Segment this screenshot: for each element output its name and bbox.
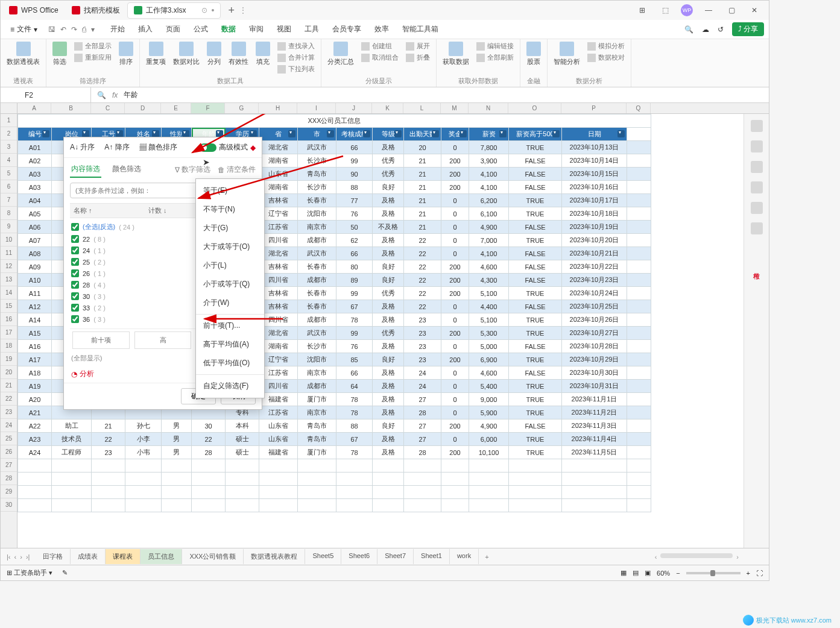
cell[interactable]: A03 [18, 181, 52, 194]
cell[interactable]: 0 [441, 300, 469, 313]
cell[interactable]: 沈阳市 [298, 353, 336, 366]
cell[interactable]: 良好 [373, 181, 404, 194]
cell[interactable]: FALSE [509, 366, 562, 380]
cell[interactable]: 3,900 [469, 154, 509, 168]
cell[interactable]: 21 [404, 207, 441, 221]
app-tab-file[interactable]: 工作簿3.xlsx ⊙ • [127, 2, 221, 19]
side-icon[interactable] [751, 161, 763, 173]
cell[interactable]: A18 [18, 366, 52, 380]
cell[interactable]: A11 [18, 287, 52, 300]
view-page-icon[interactable]: ▤ [633, 569, 639, 577]
row-header-14[interactable]: 14 [1, 286, 17, 300]
cell[interactable]: TRUE [509, 194, 562, 207]
undo-icon[interactable]: ↶ [60, 25, 66, 34]
col-header-C[interactable]: C [91, 103, 125, 113]
cell[interactable]: 0 [441, 433, 469, 446]
collapse-button[interactable]: 折叠 [406, 53, 430, 62]
zoom-out-button[interactable]: − [676, 570, 680, 577]
table-row[interactable]: A23技术员22小李男22硕士山东省青岛市67及格2706,000TRUE202… [18, 433, 651, 446]
menu-tab-9[interactable]: 效率 [374, 24, 389, 34]
cell[interactable]: 2023年11月5日 [562, 446, 627, 459]
cell[interactable]: 27 [404, 419, 441, 433]
view-normal-icon[interactable]: ▦ [621, 569, 627, 577]
cell[interactable]: A22 [18, 419, 52, 433]
dup-button[interactable]: 重复项 [146, 42, 166, 66]
sheet-tab[interactable]: Sheet5 [305, 549, 341, 564]
cell[interactable]: 200 [441, 274, 469, 287]
cell[interactable]: 200 [441, 181, 469, 194]
cell[interactable]: 9,000 [469, 393, 509, 406]
cell[interactable]: 76 [336, 340, 373, 353]
row-header-18[interactable]: 18 [1, 339, 17, 353]
table-header[interactable]: 编号 [18, 128, 52, 141]
cell[interactable]: 0 [441, 207, 469, 221]
cell[interactable]: 长春市 [298, 287, 336, 300]
cell[interactable]: 2023年11月2日 [562, 406, 627, 419]
menu-tab-8[interactable]: 会员专享 [332, 24, 361, 34]
cell[interactable]: 湖南省 [259, 181, 298, 194]
cell[interactable]: 4,100 [469, 181, 509, 194]
cell[interactable]: 厦门市 [298, 446, 336, 459]
cell[interactable]: 四川省 [259, 234, 298, 247]
cell[interactable]: 山东省 [259, 168, 298, 181]
split-button[interactable]: 分列 [207, 42, 221, 66]
color-sort-button[interactable]: ▦ 颜色排序 [139, 142, 177, 152]
number-filter-item[interactable]: 等于(E) [196, 181, 264, 200]
row-header-12[interactable]: 12 [1, 260, 17, 273]
cell[interactable]: A03 [18, 168, 52, 181]
cell[interactable]: 工程师 [52, 446, 92, 459]
cell[interactable]: 200 [441, 260, 469, 274]
cell[interactable]: 江苏省 [259, 366, 298, 380]
menu-tab-6[interactable]: 视图 [277, 24, 291, 34]
cell[interactable]: FALSE [509, 168, 562, 181]
col-header-D[interactable]: D [125, 103, 161, 113]
first-sheet-icon[interactable]: |‹ [7, 553, 11, 560]
cell[interactable]: 0 [441, 234, 469, 247]
side-icon[interactable] [751, 222, 763, 234]
cell[interactable]: 及格 [373, 393, 404, 406]
cell[interactable]: 湖北省 [259, 141, 298, 154]
cell[interactable]: 辽宁省 [259, 353, 298, 366]
payslip-helper-button[interactable]: ⊞ 工资条助手 ▾ [7, 568, 52, 577]
cell[interactable]: 湖南省 [259, 154, 298, 168]
row-header-26[interactable]: 26 [1, 445, 17, 459]
filter-checkbox[interactable] [71, 235, 79, 243]
row-header-7[interactable]: 7 [1, 193, 17, 207]
sheet-tab[interactable]: 课程表 [106, 549, 141, 564]
cell[interactable]: 200 [441, 419, 469, 433]
cell[interactable]: 2023年10月19日 [562, 221, 627, 234]
row-header-4[interactable]: 4 [1, 154, 17, 167]
number-filter-item[interactable]: 大于(G) [196, 219, 264, 237]
number-filter-item[interactable]: 小于(L) [196, 256, 264, 275]
cell[interactable]: 200 [441, 446, 469, 459]
formula-value[interactable]: 年龄 [124, 90, 138, 100]
cell[interactable]: 本科 [226, 419, 259, 433]
cell[interactable]: 武汉市 [298, 141, 336, 154]
row-header-2[interactable]: 2 [1, 127, 17, 140]
data-check-button[interactable]: 数据校对 [587, 53, 625, 62]
cell[interactable]: 2023年11月4日 [562, 433, 627, 446]
number-filter-item[interactable]: 自定义筛选(F) [196, 377, 264, 395]
cell-reference[interactable]: F2 [1, 87, 91, 102]
cell[interactable]: 85 [336, 353, 373, 366]
cell[interactable]: TRUE [509, 380, 562, 393]
cell[interactable]: 20 [404, 141, 441, 154]
cell[interactable]: 4,100 [469, 247, 509, 260]
side-icon[interactable] [751, 140, 763, 152]
cell[interactable]: 21 [404, 181, 441, 194]
cell[interactable]: 89 [336, 274, 373, 287]
cell[interactable]: A05 [18, 207, 52, 221]
row-header-8[interactable]: 8 [1, 207, 17, 220]
maximize-button[interactable]: ▢ [724, 6, 739, 14]
cell[interactable]: 山东省 [259, 433, 298, 446]
row-header-10[interactable]: 10 [1, 233, 17, 246]
cell[interactable]: 64 [336, 380, 373, 393]
cell[interactable]: 2023年10月26日 [562, 313, 627, 327]
cell[interactable]: 硕士 [226, 433, 259, 446]
cell[interactable]: 21 [92, 419, 125, 433]
row-header-24[interactable]: 24 [1, 419, 17, 432]
cell[interactable]: 及格 [373, 300, 404, 313]
sort-asc-button[interactable]: A↓ 升序 [70, 142, 95, 152]
cell[interactable]: 2023年10月21日 [562, 247, 627, 260]
cell[interactable]: 武汉市 [298, 247, 336, 260]
